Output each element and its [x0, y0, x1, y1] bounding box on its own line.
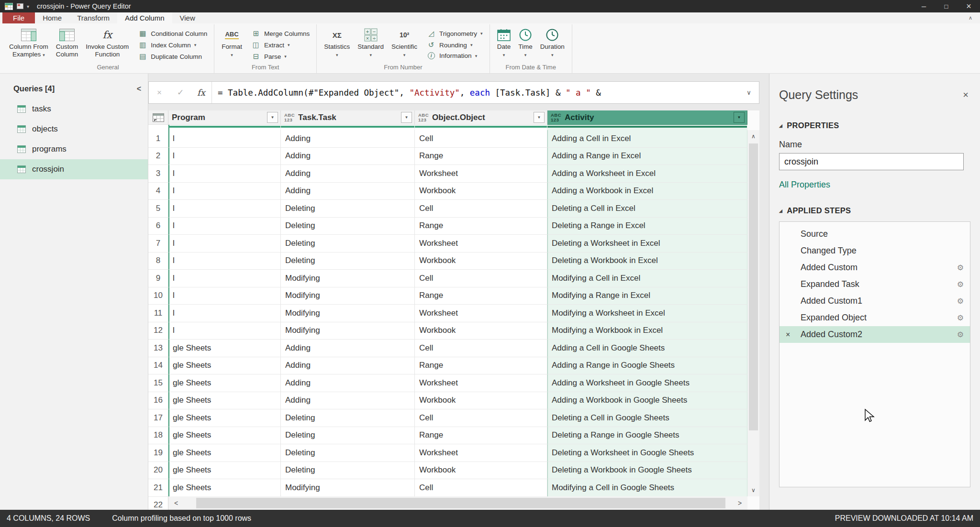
ribbon-button-parse[interactable]: ⊟Parse▾	[248, 51, 313, 62]
row-number[interactable]: 2	[148, 148, 168, 165]
scroll-right-icon[interactable]: >	[732, 496, 747, 510]
all-properties-link[interactable]: All Properties	[779, 180, 830, 190]
table-cell[interactable]: l	[168, 183, 281, 200]
table-cell[interactable]: Range	[415, 427, 547, 445]
row-number[interactable]: 9	[148, 270, 168, 287]
table-cell[interactable]: gle Sheets	[168, 462, 281, 480]
gear-icon[interactable]: ⚙	[957, 313, 964, 322]
table-cell[interactable]: Modifying	[281, 322, 415, 340]
table-cell[interactable]: Modifying	[281, 287, 415, 305]
table-cell[interactable]: Modifying a Cell in Excel	[547, 270, 747, 287]
close-button[interactable]: ×	[958, 0, 980, 12]
row-number[interactable]: 17	[148, 409, 168, 427]
table-cell[interactable]: Adding	[281, 374, 415, 392]
table-cell[interactable]: l	[168, 165, 281, 183]
table-cell[interactable]: Workbook	[415, 322, 547, 340]
table-cell[interactable]: Adding	[281, 357, 415, 375]
applied-steps-section-header[interactable]: ◢ APPLIED STEPS	[779, 206, 970, 215]
table-cell[interactable]: Deleting	[281, 427, 415, 445]
table-cell[interactable]: Adding a Cell in Google Sheets	[547, 340, 747, 357]
table-cell[interactable]: l	[168, 253, 281, 270]
table-cell[interactable]: Modifying	[281, 479, 415, 497]
table-cell[interactable]: gle Sheets	[168, 374, 281, 392]
table-cell[interactable]: Deleting	[281, 253, 415, 270]
column-header-task-task[interactable]: ABC123Task.Task▼	[281, 110, 415, 125]
column-header-activity[interactable]: ABC123Activity▼	[547, 110, 747, 125]
horizontal-scrollbar[interactable]: < >	[168, 496, 747, 510]
ribbon-button-index-column[interactable]: ▥Index Column▾	[134, 39, 211, 51]
table-cell[interactable]: gle Sheets	[168, 479, 281, 497]
ribbon-button-conditional-column[interactable]: ▦Conditional Column	[134, 28, 211, 39]
table-cell[interactable]: l	[168, 305, 281, 322]
collapse-ribbon-icon[interactable]: ∧	[969, 15, 972, 21]
formula-expand-icon[interactable]: ∨	[739, 89, 759, 96]
table-cell[interactable]: Adding a Workbook in Google Sheets	[547, 392, 747, 410]
row-number[interactable]: 15	[148, 374, 168, 392]
table-cell[interactable]: Adding a Worksheet in Google Sheets	[547, 374, 747, 392]
formula-text[interactable]: = Table.AddColumn(#"Expanded Object", "A…	[218, 88, 739, 98]
row-number[interactable]: 6	[148, 218, 168, 235]
row-number[interactable]: 14	[148, 357, 168, 375]
table-cell[interactable]: Deleting a Worksheet in Excel	[547, 235, 747, 253]
tab-transform[interactable]: Transform	[69, 12, 117, 23]
table-cell[interactable]: Deleting a Range in Google Sheets	[547, 427, 747, 445]
table-cell[interactable]: Adding a Workbook in Excel	[547, 183, 747, 200]
row-number[interactable]: 8	[148, 253, 168, 270]
formula-input[interactable]: = Table.AddColumn(#"Expanded Object", "A…	[212, 82, 759, 103]
tab-home[interactable]: Home	[35, 12, 69, 23]
close-icon[interactable]: ×	[963, 89, 969, 100]
table-cell[interactable]: Modifying a Workbook in Excel	[547, 322, 747, 340]
query-item-objects[interactable]: objects	[0, 119, 148, 139]
table-cell[interactable]: Modifying	[281, 305, 415, 322]
row-number[interactable]: 1	[148, 130, 168, 148]
tab-add-column[interactable]: Add Column	[117, 12, 172, 23]
table-cell[interactable]: l	[168, 148, 281, 165]
table-cell[interactable]: gle Sheets	[168, 340, 281, 357]
table-cell[interactable]: Adding	[281, 165, 415, 183]
ribbon-button-information[interactable]: iInformation▾	[423, 51, 486, 61]
table-cell[interactable]: Workbook	[415, 183, 547, 200]
applied-step-source[interactable]: Source	[780, 226, 970, 242]
table-cell[interactable]: Cell	[415, 270, 547, 287]
ribbon-button-date[interactable]: Date▾	[494, 25, 514, 60]
horizontal-scroll-thumb[interactable]	[196, 498, 725, 508]
formula-cancel-button[interactable]: ×	[149, 82, 170, 103]
table-cell[interactable]: Modifying	[281, 270, 415, 287]
table-cell[interactable]: Modifying a Range in Excel	[547, 287, 747, 305]
ribbon-button-trigonometry[interactable]: ◿Trigonometry▾	[423, 28, 486, 39]
row-number[interactable]: 11	[148, 305, 168, 322]
titlebar-quick-access-icon[interactable]	[17, 3, 23, 9]
table-cell[interactable]: gle Sheets	[168, 409, 281, 427]
filter-icon[interactable]: ▼	[401, 112, 412, 123]
table-cell[interactable]: Adding	[281, 148, 415, 165]
table-cell[interactable]: Adding a Range in Google Sheets	[547, 357, 747, 375]
table-cell[interactable]: Range	[415, 357, 547, 375]
filter-icon[interactable]: ▼	[534, 112, 545, 123]
table-cell[interactable]: Adding	[281, 183, 415, 200]
applied-step-expanded-object[interactable]: Expanded Object⚙	[780, 309, 970, 326]
ribbon-button-time[interactable]: Time▾	[515, 25, 536, 60]
table-cell[interactable]: Adding a Range in Excel	[547, 148, 747, 165]
table-cell[interactable]: Deleting	[281, 444, 415, 462]
table-cell[interactable]: gle Sheets	[168, 357, 281, 375]
table-cell[interactable]: Deleting	[281, 462, 415, 480]
row-number[interactable]: 19	[148, 444, 168, 462]
ribbon-button-invoke-custom-function[interactable]: fxInvoke CustomFunction	[82, 25, 132, 59]
table-cell[interactable]: Adding	[281, 130, 415, 148]
formula-commit-button[interactable]: ✓	[170, 82, 191, 103]
table-cell[interactable]: gle Sheets	[168, 427, 281, 445]
applied-step-added-custom2[interactable]: ×Added Custom2⚙	[780, 326, 970, 343]
row-number[interactable]: 13	[148, 340, 168, 357]
row-number[interactable]: 16	[148, 392, 168, 410]
ribbon-button-merge-columns[interactable]: ⊞Merge Columns	[248, 28, 313, 39]
status-profiling[interactable]: Column profiling based on top 1000 rows	[112, 514, 251, 523]
tab-file[interactable]: File	[2, 12, 35, 23]
applied-step-changed-type[interactable]: Changed Type	[780, 242, 970, 259]
ribbon-button-duration[interactable]: Duration▾	[537, 25, 568, 60]
table-cell[interactable]: Adding a Cell in Excel	[547, 130, 747, 148]
table-cell[interactable]: Range	[415, 287, 547, 305]
gear-icon[interactable]: ⚙	[957, 296, 964, 306]
ribbon-button-statistics[interactable]: XΣStatistics▾	[321, 25, 353, 60]
ribbon-button-column-from-examples[interactable]: Column FromExamples ▾	[6, 25, 52, 60]
row-number[interactable]: 4	[148, 183, 168, 200]
